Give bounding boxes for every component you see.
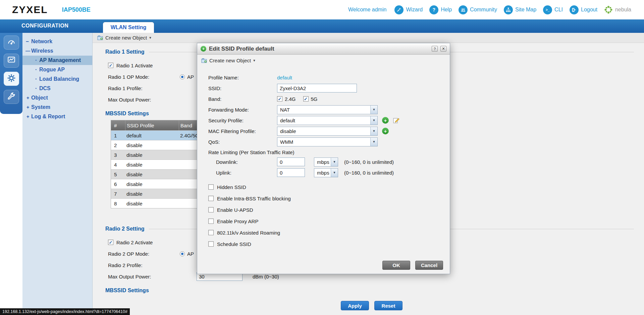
maintenance-tile[interactable] bbox=[4, 90, 19, 104]
hidden-ssid-checkbox[interactable] bbox=[208, 184, 214, 190]
radio2-activate-checkbox[interactable] bbox=[108, 240, 113, 245]
community-icon bbox=[459, 5, 468, 14]
add-security-profile-icon[interactable]: + bbox=[382, 117, 389, 124]
hidden-ssid-row: Hidden SSID bbox=[208, 181, 450, 193]
dashboard-icon bbox=[7, 38, 16, 48]
wizard-link[interactable]: Wizard bbox=[394, 5, 423, 14]
nav-network[interactable]: Network bbox=[22, 37, 92, 46]
proxy-arp-label: Enable Proxy ARP bbox=[217, 218, 258, 224]
create-new-object-bar[interactable]: Create new Object ▾ bbox=[93, 33, 644, 43]
proxy-arp-checkbox[interactable] bbox=[208, 218, 214, 224]
sitemap-link[interactable]: Site Map bbox=[504, 5, 536, 14]
schedule-ssid-checkbox[interactable] bbox=[208, 241, 214, 247]
row-profile: disable bbox=[125, 201, 179, 206]
col-num[interactable]: # bbox=[111, 123, 125, 128]
help-label: Help bbox=[441, 7, 452, 13]
nav-rogue-ap[interactable]: Rogue AP bbox=[22, 65, 92, 74]
ok-button[interactable]: OK bbox=[382, 261, 410, 270]
apply-button[interactable]: Apply bbox=[341, 301, 369, 310]
mac-filtering-label: MAC Filtering Profile: bbox=[208, 128, 277, 134]
community-label: Community bbox=[470, 7, 497, 13]
expand-icon[interactable]: + bbox=[25, 95, 30, 101]
row-num: 4 bbox=[111, 162, 125, 168]
expand-icon[interactable]: + bbox=[25, 114, 30, 119]
security-profile-select[interactable]: default ▼ bbox=[277, 116, 378, 125]
chevron-down-icon: ▼ bbox=[331, 158, 338, 166]
ssid-input[interactable] bbox=[277, 84, 357, 92]
radio1-opmode-ap-label: AP bbox=[187, 74, 194, 80]
nav-dcs[interactable]: DCS bbox=[22, 84, 92, 93]
sitemap-label: Site Map bbox=[515, 7, 536, 13]
nav-ap-management[interactable]: AP Management bbox=[22, 56, 92, 65]
logout-label: Logout bbox=[581, 7, 597, 13]
nav-log-report[interactable]: + Log & Report bbox=[22, 112, 92, 121]
radio2-opmode-ap-radio[interactable] bbox=[180, 251, 185, 256]
downlink-row: Downlink: mbps ▼ (0~160, 0 is unlimited) bbox=[208, 156, 450, 167]
forwarding-mode-select[interactable]: NAT ▼ bbox=[277, 105, 378, 114]
security-profile-row: Security Profile: default ▼ + bbox=[208, 115, 450, 126]
profile-name-row: Profile Name: default bbox=[208, 72, 450, 83]
logout-link[interactable]: Logout bbox=[570, 5, 597, 14]
proxy-arp-row: Enable Proxy ARP bbox=[208, 215, 450, 227]
radio2-title: Radio 2 Setting bbox=[105, 226, 144, 232]
status-url: 192.168.1.132/ext-js/web-pages/index/ind… bbox=[0, 308, 130, 315]
dialog-titlebar[interactable]: + Edit SSID Profile default ? ✕ bbox=[197, 43, 450, 55]
app-window: ZYXEL IAP500BE Welcome admin Wizard ? He… bbox=[0, 0, 644, 315]
band-5g-checkbox[interactable] bbox=[303, 96, 309, 102]
col-ssid-profile[interactable]: SSID Profile bbox=[125, 120, 179, 130]
modal-create-new-object[interactable]: Create new Object ▾ bbox=[197, 55, 450, 66]
forwarding-mode-row: Forwarding Mode: NAT ▼ bbox=[208, 104, 450, 115]
qos-value: WMM bbox=[277, 139, 370, 145]
reset-button[interactable]: Reset bbox=[374, 301, 402, 310]
configuration-tile[interactable] bbox=[4, 72, 19, 86]
security-profile-label: Security Profile: bbox=[208, 118, 277, 123]
radio2-activate-label: Radio 2 Activate bbox=[116, 240, 153, 245]
add-mac-filter-icon[interactable]: + bbox=[382, 128, 389, 134]
cli-link[interactable]: >_ CLI bbox=[543, 5, 563, 14]
dialog-help-button[interactable]: ? bbox=[432, 46, 438, 52]
radio2-max-output-unit: dBm (0~30) bbox=[253, 274, 279, 279]
ssid-label: SSID: bbox=[208, 85, 277, 91]
mac-filtering-select[interactable]: disable ▼ bbox=[277, 127, 378, 136]
tab-wlan-setting[interactable]: WLAN Setting bbox=[103, 22, 154, 33]
nav-object[interactable]: + Object bbox=[22, 93, 92, 103]
nav-system[interactable]: + System bbox=[22, 103, 92, 112]
uapsd-checkbox[interactable] bbox=[208, 207, 214, 212]
expand-icon[interactable]: + bbox=[25, 105, 30, 110]
ssid-option-checkboxes: Hidden SSID Enable Intra-BSS Traffic blo… bbox=[208, 181, 450, 250]
collapse-icon[interactable]: — bbox=[25, 48, 30, 54]
nebula-icon bbox=[604, 5, 613, 14]
dashboard-tile[interactable] bbox=[4, 36, 19, 50]
nav-load-balancing[interactable]: Load Balancing bbox=[22, 74, 92, 84]
help-link[interactable]: ? Help bbox=[429, 5, 452, 14]
assisted-roaming-checkbox[interactable] bbox=[208, 230, 214, 235]
radio1-opmode-ap-radio[interactable] bbox=[180, 74, 185, 79]
edit-ssid-profile-dialog: + Edit SSID Profile default ? ✕ Create n… bbox=[197, 43, 450, 274]
nav-ap-management-label: AP Management bbox=[39, 57, 81, 63]
dialog-close-button[interactable]: ✕ bbox=[440, 46, 446, 52]
uapsd-label: Enable U-APSD bbox=[217, 207, 253, 213]
nebula-link[interactable]: nebula bbox=[604, 5, 631, 14]
monitor-tile[interactable] bbox=[4, 54, 19, 68]
row-profile: disable bbox=[125, 162, 179, 168]
chevron-down-icon: ▼ bbox=[370, 106, 377, 114]
community-link[interactable]: Community bbox=[459, 5, 497, 14]
nav-network-label: Network bbox=[31, 39, 52, 45]
gear-icon bbox=[7, 74, 16, 84]
band-24g-checkbox[interactable] bbox=[277, 96, 282, 102]
downlink-input[interactable] bbox=[277, 158, 305, 166]
radio1-activate-checkbox[interactable] bbox=[108, 63, 113, 68]
uplink-input[interactable] bbox=[277, 168, 305, 177]
modal-create-object-label: Create new Object bbox=[209, 58, 251, 63]
cancel-button[interactable]: Cancel bbox=[415, 261, 443, 270]
uapsd-row: Enable U-APSD bbox=[208, 204, 450, 215]
qos-select[interactable]: WMM ▼ bbox=[277, 137, 378, 146]
uplink-label: Uplink: bbox=[216, 170, 277, 176]
radio2-opmode-label: Radio 2 OP Mode: bbox=[108, 251, 180, 257]
downlink-unit-select[interactable]: mbps ▼ bbox=[314, 158, 338, 167]
uplink-unit-select[interactable]: mbps ▼ bbox=[314, 168, 338, 177]
edit-security-profile-icon[interactable] bbox=[393, 117, 400, 124]
intra-bss-checkbox[interactable] bbox=[208, 196, 214, 201]
nav-wireless[interactable]: — Wireless bbox=[22, 46, 92, 56]
downlink-hint: (0~160, 0 is unlimited) bbox=[344, 159, 394, 165]
